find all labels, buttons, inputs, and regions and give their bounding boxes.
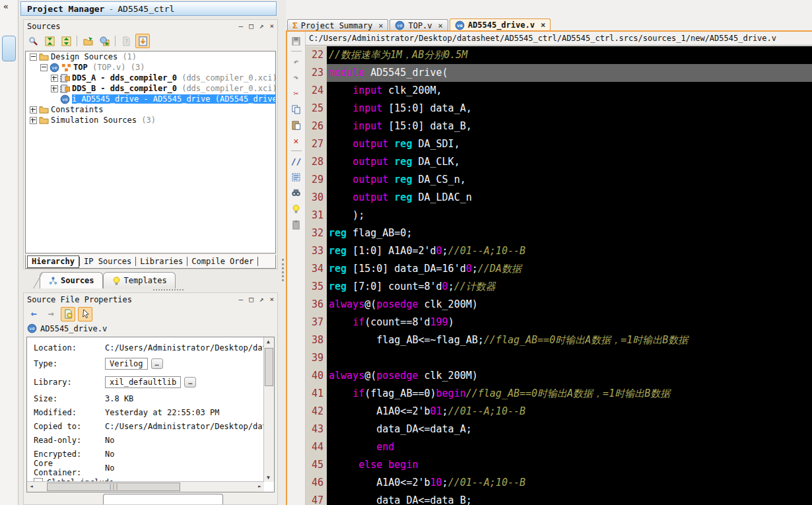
line-number[interactable]: 23 bbox=[306, 64, 327, 82]
template-bulb-button[interactable] bbox=[289, 201, 304, 216]
tree-item-selected[interactable]: vei_AD5545_drive - AD5545_drive (AD5545_… bbox=[26, 94, 275, 104]
scroll-up-icon[interactable]: ▲ bbox=[264, 337, 273, 346]
line-number[interactable]: 32 bbox=[306, 224, 327, 242]
find-replace-button[interactable] bbox=[289, 185, 304, 200]
editor-tab-top-v[interactable]: veTOP.v× bbox=[389, 19, 448, 31]
float-button[interactable]: ↗ bbox=[259, 296, 264, 303]
save-button[interactable] bbox=[289, 34, 304, 48]
browse-button[interactable]: … bbox=[184, 377, 196, 387]
code-line[interactable]: always@(posedge clk_200M) bbox=[327, 367, 812, 385]
undo-button[interactable]: ↶ bbox=[289, 54, 304, 69]
line-number[interactable]: 38 bbox=[306, 331, 327, 349]
close-button[interactable]: × bbox=[269, 22, 274, 30]
code-line[interactable] bbox=[327, 349, 812, 367]
line-number[interactable]: 27 bbox=[306, 135, 327, 153]
code-line[interactable]: A1A0<=2'b01;//01--A;10--B bbox=[327, 403, 812, 421]
code-line[interactable]: always@(posedge clk_200M) bbox=[327, 296, 812, 314]
help-doc-button[interactable]: ? bbox=[119, 34, 133, 48]
line-number[interactable]: 47 bbox=[306, 492, 327, 505]
comment-button[interactable]: // bbox=[289, 154, 304, 168]
property-input[interactable]: xil_defaultlib bbox=[105, 376, 181, 388]
code-line[interactable]: flag_AB<=~flag_AB;//flag_AB==0时输出A数据，=1时… bbox=[327, 331, 812, 349]
forward-button[interactable]: → bbox=[44, 307, 58, 321]
code-line[interactable]: output reg DA_LDAC_n bbox=[327, 189, 812, 207]
line-number[interactable]: 33 bbox=[306, 242, 327, 260]
code-line[interactable]: output reg DA_SDI, bbox=[327, 135, 812, 153]
code-line[interactable]: A1A0<=2'b10;//01--A;10--B bbox=[327, 474, 812, 492]
close-icon[interactable]: × bbox=[541, 20, 545, 30]
vertical-scroll-thumb[interactable] bbox=[265, 348, 273, 386]
scroll-left-icon[interactable]: ◄ bbox=[27, 482, 36, 490]
browse-button[interactable]: … bbox=[151, 358, 163, 369]
panel-tab-sources[interactable]: Sources bbox=[40, 272, 103, 288]
block-select-button[interactable] bbox=[289, 170, 304, 184]
line-number[interactable]: 44 bbox=[306, 438, 327, 456]
minimize-button[interactable]: – bbox=[239, 22, 244, 30]
line-number[interactable]: 45 bbox=[306, 456, 327, 474]
cursor-button[interactable] bbox=[78, 307, 92, 321]
collapse-all-button[interactable] bbox=[42, 34, 57, 48]
code-line[interactable]: reg flag_AB=0; bbox=[327, 224, 812, 242]
paste-button[interactable] bbox=[289, 118, 304, 132]
code-line[interactable]: reg [1:0] A1A0=2'd0;//01--A;10--B bbox=[327, 242, 812, 260]
view-tab-hierarchy[interactable]: Hierarchy bbox=[27, 255, 79, 268]
code-line[interactable]: data_DA<=data_A; bbox=[327, 421, 812, 438]
tree-item[interactable]: veTOP (TOP.v) (3) bbox=[26, 62, 275, 73]
close-icon[interactable]: × bbox=[378, 21, 383, 30]
gear-doc-button[interactable] bbox=[61, 307, 75, 321]
expand-all-button[interactable] bbox=[59, 34, 73, 48]
code-line[interactable]: else begin bbox=[327, 456, 812, 474]
code-line[interactable]: if(count==8'd199) bbox=[327, 314, 812, 331]
collapse-icon[interactable] bbox=[40, 64, 48, 71]
code-line[interactable]: input [15:0] data_A, bbox=[327, 100, 812, 118]
line-number[interactable]: 25 bbox=[306, 100, 327, 118]
minimize-button[interactable]: – bbox=[239, 296, 244, 303]
line-number[interactable]: 34 bbox=[306, 260, 327, 278]
readonly-clipboard-button[interactable] bbox=[289, 217, 304, 232]
tree-item[interactable]: Simulation Sources (3) bbox=[26, 115, 275, 125]
line-number[interactable]: 40 bbox=[306, 367, 327, 385]
code-line[interactable]: //数据速率为1M，AB分别0.5M bbox=[327, 46, 812, 64]
collapse-pane-button[interactable]: « bbox=[3, 1, 9, 11]
expand-icon[interactable] bbox=[30, 117, 37, 124]
line-number[interactable]: 35 bbox=[306, 278, 327, 296]
code-line[interactable]: data_DA<=data_B; bbox=[327, 492, 812, 505]
splitter-handle[interactable] bbox=[153, 289, 184, 290]
line-number[interactable]: 22 bbox=[306, 46, 327, 64]
code-line[interactable]: if(flag_AB==0)begin//flag_AB==0时输出A数据，=1… bbox=[327, 385, 812, 403]
tree-item[interactable]: Constraints bbox=[26, 104, 275, 115]
code-line[interactable]: input [15:0] data_B, bbox=[327, 118, 812, 135]
view-tab-libraries[interactable]: Libraries bbox=[136, 256, 187, 267]
line-number[interactable]: 31 bbox=[306, 207, 327, 224]
code-line[interactable]: reg [15:0] data_DA=16'd0;//DA数据 bbox=[327, 260, 812, 278]
line-number[interactable]: 46 bbox=[306, 474, 327, 492]
flow-navigator-collapsed-button[interactable] bbox=[2, 36, 16, 61]
tree-item[interactable]: Design Sources (1) bbox=[26, 51, 275, 62]
line-number[interactable]: 30 bbox=[306, 189, 327, 207]
code-line[interactable]: output reg DA_CLK, bbox=[327, 153, 812, 171]
line-number[interactable]: 37 bbox=[306, 314, 327, 331]
code-line[interactable]: output reg DA_CS_n, bbox=[327, 171, 812, 189]
copy-button[interactable] bbox=[289, 102, 304, 116]
scroll-down-icon[interactable]: ▼ bbox=[264, 473, 273, 482]
line-number[interactable]: 36 bbox=[306, 296, 327, 314]
line-number[interactable]: 43 bbox=[306, 421, 327, 438]
scroll-to-selected-button[interactable] bbox=[135, 34, 150, 48]
properties-horizontal-scrollbar[interactable]: ◄ ||| ► bbox=[27, 481, 264, 492]
code-line[interactable]: ); bbox=[327, 207, 812, 224]
maximize-button[interactable]: □ bbox=[249, 22, 254, 30]
properties-bottom-tab-partial[interactable] bbox=[103, 494, 223, 504]
view-tab-ip-sources[interactable]: IP Sources bbox=[80, 256, 135, 267]
tree-item[interactable]: DDS_B - dds_compiler_0 (dds_compiler_0.x… bbox=[26, 83, 275, 94]
back-button[interactable]: ← bbox=[26, 307, 41, 321]
redo-button[interactable]: ↷ bbox=[289, 70, 304, 84]
line-number[interactable]: 28 bbox=[306, 153, 327, 171]
line-number[interactable]: 39 bbox=[306, 349, 327, 367]
create-ip-button[interactable] bbox=[97, 34, 112, 48]
float-button[interactable]: ↗ bbox=[259, 22, 264, 30]
line-number[interactable]: 41 bbox=[306, 385, 327, 403]
panel-tab-templates[interactable]: Templates bbox=[103, 272, 176, 288]
code-line[interactable]: end bbox=[327, 438, 812, 456]
view-tab-compile-order[interactable]: Compile Order bbox=[187, 256, 257, 267]
line-number[interactable]: 42 bbox=[306, 403, 327, 421]
